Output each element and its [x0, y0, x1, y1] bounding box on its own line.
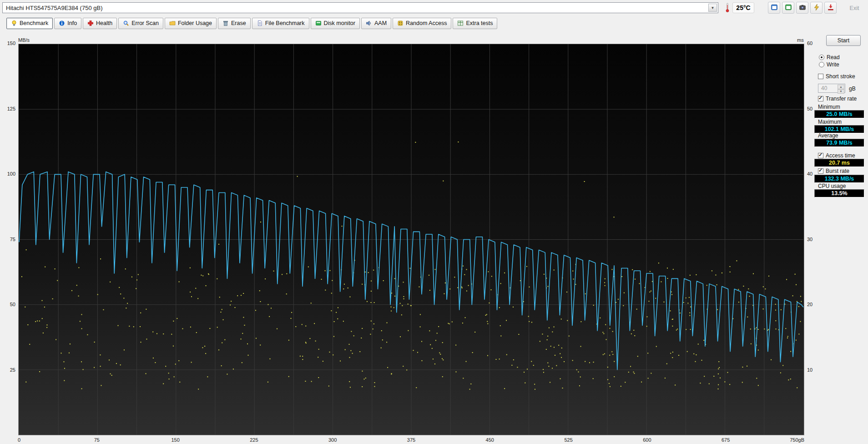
short-stroke-label: Short stroke [826, 73, 855, 80]
tab-erase[interactable]: Erase [218, 18, 251, 29]
tab-file-benchmark[interactable]: File Benchmark [252, 18, 309, 29]
maximum-label: Maximum [818, 119, 842, 125]
y-axis-tick-left: 150 [2, 40, 15, 46]
tab-health[interactable]: Health [83, 18, 117, 29]
access-time-option[interactable]: Access time [818, 152, 855, 159]
average-label: Average [818, 132, 838, 139]
right-axis-unit: ms [797, 37, 804, 43]
tab-folder-usage-label: Folder Usage [178, 20, 212, 26]
access-time-label: Access time [826, 152, 855, 159]
tab-benchmark-label: Benchmark [20, 20, 48, 26]
x-axis-tick: 150 [166, 437, 186, 443]
health-icon [87, 20, 94, 26]
access-time-checkbox[interactable] [818, 153, 823, 158]
tab-aam[interactable]: AAM [361, 18, 391, 29]
extra-tests-icon [457, 20, 464, 26]
y-axis-tick-left: 25 [2, 367, 15, 373]
short-stroke-checkbox[interactable] [818, 74, 823, 79]
spinner-down-icon[interactable]: ▼ [838, 89, 844, 94]
device-selector-value: Hitachi HTS547575A9E384 (750 gB) [6, 5, 102, 11]
tab-health-label: Health [96, 20, 112, 26]
read-label: Read [827, 54, 840, 61]
y-axis-tick-right: 10 [807, 367, 821, 373]
minimum-label: Minimum [818, 104, 840, 110]
average-value: 73.9 MB/s [814, 139, 864, 147]
left-axis-unit: MB/s [18, 37, 30, 43]
start-button[interactable]: Start [826, 35, 861, 46]
tab-error-scan[interactable]: Error Scan [118, 18, 163, 29]
tab-extra-tests[interactable]: Extra tests [453, 18, 497, 29]
random-access-icon [397, 20, 404, 26]
x-axis-tick: 225 [244, 437, 264, 443]
capacity-unit: gB [849, 86, 856, 92]
thermometer-icon [723, 3, 732, 13]
hd-tune-window: Hitachi HTS547575A9E384 (750 gB) ▼ 25°C … [0, 0, 868, 444]
download-button[interactable] [824, 2, 837, 14]
cpu-usage-value: 13.5% [814, 189, 864, 197]
x-axis-tick: 375 [401, 437, 421, 443]
window-compare-button[interactable] [782, 2, 794, 14]
spinner-buttons: ▲▼ [838, 85, 844, 92]
x-axis-tick: 450 [480, 437, 500, 443]
transfer-rate-checkbox[interactable] [818, 96, 823, 101]
access-time-value: 20.7 ms [814, 159, 864, 167]
tab-file-benchmark-label: File Benchmark [265, 20, 305, 26]
tab-random-access-label: Random Access [406, 20, 447, 26]
tab-aam-label: AAM [374, 20, 387, 26]
write-option[interactable]: Write [819, 61, 839, 68]
tab-extra-tests-label: Extra tests [466, 20, 493, 26]
y-axis-tick-left: 100 [2, 171, 15, 177]
benchmark-plot [18, 44, 804, 435]
tab-erase-label: Erase [231, 20, 246, 26]
cpu-usage-label: CPU usage [818, 183, 846, 189]
x-axis-tick: 75 [87, 437, 107, 443]
y-axis-tick-right: 30 [807, 237, 821, 242]
y-axis-tick-right: 20 [807, 302, 821, 307]
info-icon [59, 20, 65, 26]
burst-rate-value: 132.3 MB/s [814, 175, 864, 183]
burst-rate-label: Burst rate [826, 168, 849, 174]
x-axis-tick: 0 [18, 437, 31, 443]
window-compare-icon [785, 4, 792, 12]
benchmark-icon [11, 20, 17, 26]
tab-info[interactable]: Info [54, 18, 81, 29]
temperature-display: 25°C [732, 2, 754, 13]
chevron-down-icon[interactable]: ▼ [708, 4, 717, 12]
x-axis-tick: 675 [716, 437, 736, 443]
x-axis-tick: 600 [637, 437, 657, 443]
read-radio[interactable] [819, 55, 824, 60]
short-stroke-option[interactable]: Short stroke [818, 73, 855, 80]
transfer-rate-option[interactable]: Transfer rate [818, 96, 857, 102]
x-axis-tick: 525 [559, 437, 579, 443]
file-benchmark-icon [257, 20, 263, 26]
tab-disk-monitor-label: Disk monitor [324, 20, 355, 26]
download-icon [827, 4, 834, 12]
burst-rate-checkbox[interactable] [818, 168, 823, 174]
error-scan-icon [123, 20, 129, 26]
capacity-value: 40 [821, 85, 827, 91]
camera-button[interactable] [796, 2, 808, 14]
y-axis-tick-right: 60 [807, 40, 821, 46]
y-axis-tick-left: 75 [2, 237, 15, 242]
tab-disk-monitor[interactable]: Disk monitor [311, 18, 360, 29]
aam-icon [366, 20, 372, 26]
benchmark-chart [19, 44, 804, 435]
write-radio[interactable] [819, 62, 824, 67]
capacity-spinner[interactable]: 40 ▲▼ [818, 84, 845, 93]
tab-bar: BenchmarkInfoHealthError ScanFolder Usag… [0, 16, 868, 30]
burst-rate-option[interactable]: Burst rate [818, 168, 849, 174]
tab-random-access[interactable]: Random Access [393, 18, 451, 29]
tab-folder-usage[interactable]: Folder Usage [165, 18, 217, 29]
x-axis-tick: 300 [323, 437, 343, 443]
exit-button[interactable]: Exit [843, 4, 865, 13]
write-label: Write [827, 61, 839, 68]
spinner-up-icon[interactable]: ▲ [838, 85, 844, 89]
device-selector[interactable]: Hitachi HTS547575A9E384 (750 gB) ▼ [2, 2, 718, 13]
connect-button[interactable] [810, 2, 823, 14]
window-copy-button[interactable] [768, 2, 780, 14]
read-option[interactable]: Read [819, 54, 840, 61]
tab-benchmark[interactable]: Benchmark [6, 18, 53, 29]
minimum-value: 25.0 MB/s [814, 110, 864, 118]
y-axis-tick-left: 125 [2, 106, 15, 111]
connect-icon [813, 4, 820, 12]
